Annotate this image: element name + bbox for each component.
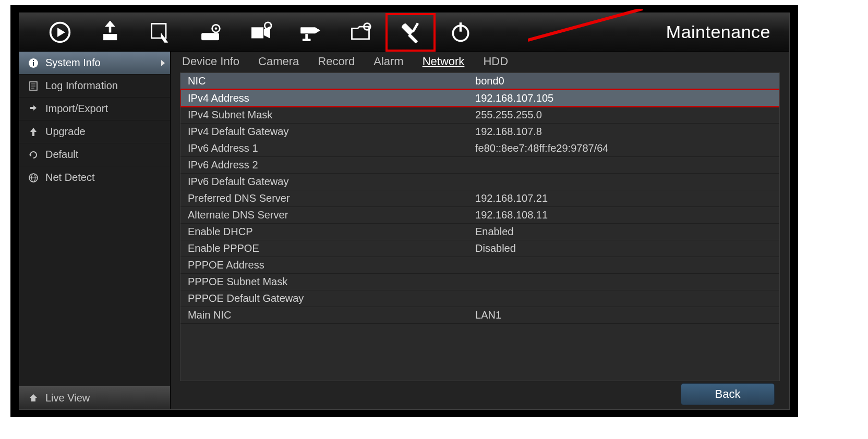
svg-marker-27 (30, 128, 37, 136)
sidebar-item-label: Default (45, 149, 78, 161)
tab-device-info[interactable]: Device Info (182, 55, 239, 68)
table-row[interactable]: Main NICLAN1 (180, 307, 779, 323)
table-row[interactable]: Alternate DNS Server192.168.108.11 (180, 206, 779, 223)
cell-label: PPPOE Subnet Mask (180, 273, 468, 290)
live-view-button[interactable]: Live View (19, 386, 170, 409)
cell-value: 192.168.107.21 (468, 190, 779, 206)
table-row[interactable]: IPv6 Default Gateway (180, 173, 779, 190)
maintenance-tools-icon[interactable] (385, 13, 436, 52)
cell-value: LAN1 (468, 307, 779, 323)
sidebar-item-upgrade[interactable]: Upgrade (19, 120, 170, 143)
sidebar-item-label: System Info (45, 57, 101, 69)
svg-rect-10 (252, 27, 263, 38)
svg-rect-17 (412, 22, 418, 32)
power-icon[interactable] (436, 13, 486, 52)
cell-label: IPv4 Subnet Mask (180, 106, 468, 123)
home-icon (28, 392, 39, 404)
touch-screen-icon[interactable] (135, 13, 185, 52)
sidebar-item-import-export[interactable]: Import/Export (19, 97, 170, 120)
export-icon[interactable] (85, 13, 135, 52)
cell-label: IPv6 Address 2 (180, 156, 468, 173)
sidebar-item-label: Log Information (45, 80, 118, 92)
svg-rect-19 (460, 22, 462, 31)
table-row[interactable]: IPv4 Default Gateway192.168.107.8 (180, 123, 779, 140)
cell-value (468, 257, 779, 273)
cell-value: 192.168.107.8 (468, 123, 779, 140)
cell-label: PPPOE Address (180, 257, 468, 273)
main-panel: Device Info Camera Record Alarm Network … (171, 52, 789, 409)
cell-value (468, 156, 779, 173)
table-row[interactable]: Enable PPPOEDisabled (180, 240, 779, 257)
cell-label: IPv6 Default Gateway (180, 173, 468, 190)
svg-rect-7 (202, 33, 219, 40)
table-row[interactable]: Enable DHCPEnabled (180, 223, 779, 240)
cell-label: NIC (180, 73, 468, 90)
svg-rect-22 (33, 60, 34, 61)
cell-value: 192.168.108.11 (468, 206, 779, 223)
cell-value: Disabled (468, 240, 779, 257)
table-row[interactable]: Preferred DNS Server192.168.107.21 (180, 190, 779, 206)
info-icon (28, 57, 39, 69)
back-button[interactable]: Back (681, 383, 775, 405)
table-row[interactable]: IPv4 Address192.168.107.105 (180, 90, 779, 106)
play-icon[interactable] (35, 13, 85, 52)
cell-label: IPv4 Address (180, 90, 468, 106)
log-icon (28, 80, 39, 92)
cell-label: IPv4 Default Gateway (180, 123, 468, 140)
sidebar-item-system-info[interactable]: System Info (19, 52, 170, 75)
sidebar-item-label: Import/Export (45, 103, 108, 115)
cell-value: 192.168.107.105 (468, 90, 779, 106)
net-detect-icon (28, 172, 39, 184)
table-header-row: NICbond0 (180, 73, 779, 90)
svg-rect-14 (303, 39, 310, 41)
tab-camera[interactable]: Camera (258, 55, 299, 68)
sidebar: System Info Log Information Import/Expor… (19, 52, 171, 409)
default-icon (28, 149, 39, 161)
svg-rect-3 (103, 34, 117, 40)
cell-label: Enable PPPOE (180, 240, 468, 257)
cell-label: IPv6 Address 1 (180, 140, 468, 156)
cell-label: Enable DHCP (180, 223, 468, 240)
cell-value (468, 290, 779, 307)
top-toolbar: Maintenance (19, 13, 789, 52)
record-config-icon[interactable] (235, 13, 285, 52)
sidebar-item-log-information[interactable]: Log Information (19, 75, 170, 97)
tab-network[interactable]: Network (423, 55, 465, 68)
network-info-table: NICbond0IPv4 Address192.168.107.105IPv4 … (180, 72, 780, 381)
table-row[interactable]: IPv6 Address 1fe80::8ee7:48ff:fe29:9787/… (180, 140, 779, 156)
cell-value (468, 173, 779, 190)
cell-label: PPPOE Default Gateway (180, 290, 468, 307)
upgrade-icon (28, 126, 39, 138)
svg-rect-6 (152, 23, 166, 38)
cell-value: 255.255.255.0 (468, 106, 779, 123)
tab-hdd[interactable]: HDD (483, 55, 508, 68)
live-view-label: Live View (45, 392, 90, 404)
cell-value: bond0 (468, 73, 779, 90)
sidebar-item-label: Net Detect (45, 172, 94, 184)
table-row[interactable]: PPPOE Subnet Mask (180, 273, 779, 290)
sidebar-item-net-detect[interactable]: Net Detect (19, 166, 170, 189)
tab-bar: Device Info Camera Record Alarm Network … (171, 52, 789, 70)
svg-marker-5 (105, 21, 115, 27)
cell-label: Alternate DNS Server (180, 206, 468, 223)
import-export-icon (28, 103, 39, 115)
sidebar-item-default[interactable]: Default (19, 143, 170, 166)
disk-config-icon[interactable] (185, 13, 235, 52)
table-row[interactable]: PPPOE Default Gateway (180, 290, 779, 307)
table-row[interactable]: PPPOE Address (180, 257, 779, 273)
cell-value (468, 273, 779, 290)
cell-label: Main NIC (180, 307, 468, 323)
folder-config-icon[interactable] (335, 13, 385, 52)
table-row[interactable]: IPv4 Subnet Mask255.255.255.0 (180, 106, 779, 123)
tab-record[interactable]: Record (318, 55, 355, 68)
camera-config-icon[interactable] (285, 13, 335, 52)
svg-marker-2 (57, 28, 65, 36)
table-row[interactable]: IPv6 Address 2 (180, 156, 779, 173)
app-window: Maintenance System Info Log Information … (19, 13, 790, 410)
cell-value: fe80::8ee7:48ff:fe29:9787/64 (468, 140, 779, 156)
cell-label: Preferred DNS Server (180, 190, 468, 206)
tab-alarm[interactable]: Alarm (373, 55, 403, 68)
screen-title: Maintenance (666, 22, 789, 42)
cell-value: Enabled (468, 223, 779, 240)
svg-rect-21 (33, 62, 34, 66)
